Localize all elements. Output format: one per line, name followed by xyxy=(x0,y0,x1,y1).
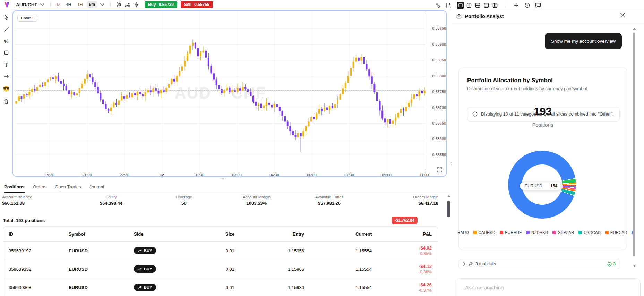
legend-item[interactable]: NZDHKD xyxy=(526,230,548,235)
cell-id: 359639352 xyxy=(3,267,69,272)
positions-table: IDSymbolSideSizeEntryCurrentP&L 35963919… xyxy=(3,226,438,296)
panel-scrollbar[interactable] xyxy=(632,25,636,273)
scrollbar-thumb[interactable] xyxy=(447,201,450,217)
timeframe-4h-button[interactable]: 4H xyxy=(63,1,74,8)
stat-value: $6,417.18 xyxy=(366,201,438,206)
chart-panel[interactable]: Chart 1 AUDCHF 0.559500.559000.558500.55… xyxy=(12,10,447,177)
buy-button[interactable]: Buy 0.55739 xyxy=(145,1,177,8)
time-tick-label: 21:00 xyxy=(82,173,92,176)
text-tool-icon[interactable]: T xyxy=(2,60,11,69)
table-row[interactable]: 359639368EURUSDBUY0.011.159801.15554-$4.… xyxy=(3,278,438,296)
delete-drawings-trash-icon[interactable] xyxy=(2,97,11,106)
legend-item[interactable]: CADHKD xyxy=(473,230,496,235)
tooltip-value: 154 xyxy=(550,184,557,188)
column-header: Side xyxy=(134,231,187,237)
account-stat: Account Margin1003.53% xyxy=(220,195,293,206)
tool-calls-label: 3 tool calls xyxy=(475,262,496,267)
cell-entry: 1.15956 xyxy=(234,248,304,253)
price-tick-label: 0.55750 xyxy=(428,90,446,94)
legend-item[interactable]: GBPZAR xyxy=(552,230,574,235)
timeframe-d-button[interactable]: D xyxy=(54,1,62,8)
tool-calls-expander[interactable]: 3 tool calls 3 xyxy=(458,259,620,269)
cell-side: BUY xyxy=(134,247,187,254)
chat-input-box xyxy=(455,278,641,296)
layout-three-rows-button[interactable] xyxy=(483,2,490,9)
stat-label: Account Margin xyxy=(220,195,293,199)
cell-entry: 1.15980 xyxy=(234,285,304,290)
price-tick-label: 0.55900 xyxy=(428,42,446,47)
history-clock-icon[interactable] xyxy=(523,2,532,9)
timeframe-1h-button[interactable]: 1H xyxy=(75,1,85,8)
vertical-resize-handle[interactable] xyxy=(450,160,452,169)
emoji-tool-icon[interactable]: 😎 xyxy=(2,84,11,93)
candlestick-plot[interactable]: AUDCHF xyxy=(15,11,426,172)
pnl-percent: -0.36% xyxy=(372,270,432,274)
allocation-card: Portfolio Allocation by Symbol Distribut… xyxy=(458,68,627,250)
percent-tool-icon[interactable]: % xyxy=(2,36,11,45)
legend-swatch xyxy=(578,231,582,234)
pnl-percent: -0.37% xyxy=(372,288,432,293)
close-panel-icon[interactable] xyxy=(620,13,625,17)
arrow-tool-icon[interactable] xyxy=(2,72,11,81)
cell-side: BUY xyxy=(134,265,187,273)
cursor-tool-icon[interactable] xyxy=(2,13,11,22)
chat-input[interactable] xyxy=(455,279,640,296)
legend-item[interactable]: EURCAD xyxy=(605,230,627,235)
scroll-up-icon[interactable] xyxy=(447,195,451,197)
trending-up-icon xyxy=(138,249,142,252)
tab-orders[interactable]: Orders xyxy=(33,181,47,193)
share-link-icon[interactable] xyxy=(433,2,442,9)
layout-grid-button[interactable] xyxy=(491,2,499,9)
time-tick-label: 22:30 xyxy=(120,173,129,176)
tab-positions[interactable]: Positions xyxy=(4,181,25,193)
sell-button[interactable]: Sell 0.55755 xyxy=(181,1,213,8)
trendline-tool-icon[interactable] xyxy=(2,25,11,34)
table-row[interactable]: 359639352EURUSDBUY0.011.159661.15554-$4.… xyxy=(3,260,438,278)
stat-value: $57,981.26 xyxy=(293,201,366,206)
cell-symbol: EURUSD xyxy=(69,248,134,253)
table-row[interactable]: 359639192EURUSDBUY0.011.159561.15554-$4.… xyxy=(3,242,438,260)
chart-tab-pill[interactable]: Chart 1 xyxy=(17,15,37,22)
layout-single-button[interactable] xyxy=(457,2,464,9)
cell-pnl: -$4.12-0.36% xyxy=(372,264,438,274)
legend-item[interactable]: USDCAD xyxy=(578,230,601,235)
wrench-icon xyxy=(468,262,473,267)
legend-item[interactable]: EURHUF xyxy=(500,230,522,235)
timeframe-chevron-down-icon[interactable] xyxy=(100,3,104,6)
account-stat: Orders Margin$6,417.18 xyxy=(366,195,443,206)
tab-open-trades[interactable]: Open Trades xyxy=(55,181,81,193)
legend-label: CADHKD xyxy=(479,230,496,235)
price-tick-label: 0.55600 xyxy=(428,137,446,142)
rectangle-tool-icon[interactable] xyxy=(2,48,11,57)
cell-size: 0.01 xyxy=(187,285,234,290)
layout-two-rows-button[interactable] xyxy=(474,2,481,9)
symbol-chevron-down-icon[interactable] xyxy=(40,3,44,6)
tab-journal[interactable]: Journal xyxy=(89,181,104,193)
positions-scrollbar[interactable] xyxy=(447,194,451,296)
pnl-value: -$4.12 xyxy=(372,264,432,269)
side-badge: BUY xyxy=(134,265,156,273)
chart-style-candles-icon[interactable] xyxy=(114,1,123,8)
layout-two-columns-button[interactable] xyxy=(465,2,473,9)
price-axis-line xyxy=(426,11,426,172)
cell-side: BUY xyxy=(134,284,187,291)
bottom-tabbar: PositionsOrdersOpen TradesJournal xyxy=(0,181,451,193)
time-tick-label: 04:30 xyxy=(269,173,279,176)
indicators-icon[interactable] xyxy=(123,1,132,8)
chat-bubble-icon[interactable] xyxy=(534,1,542,9)
sell-button-price: 0.55755 xyxy=(194,2,209,7)
horizontal-resize-handle[interactable] xyxy=(221,178,225,180)
quick-trade-lightning-icon[interactable] xyxy=(132,1,141,8)
scroll-down-icon[interactable] xyxy=(632,265,636,267)
timeframe-5m-button[interactable]: 5m xyxy=(87,1,97,8)
scroll-up-icon[interactable] xyxy=(632,28,636,30)
sell-button-label: Sell xyxy=(184,2,191,7)
time-tick-label: 19:30 xyxy=(45,173,54,176)
cell-pnl: -$4.02-0.35% xyxy=(372,245,438,256)
library-icon[interactable] xyxy=(444,2,453,9)
add-chart-plus-icon[interactable] xyxy=(512,2,521,9)
scrollbar-thumb[interactable] xyxy=(633,33,635,256)
symbol-selector-label[interactable]: AUD/CHF xyxy=(16,2,37,7)
chart-fullscreen-icon[interactable] xyxy=(437,167,442,172)
legend-item[interactable]: RAUD xyxy=(457,230,469,235)
